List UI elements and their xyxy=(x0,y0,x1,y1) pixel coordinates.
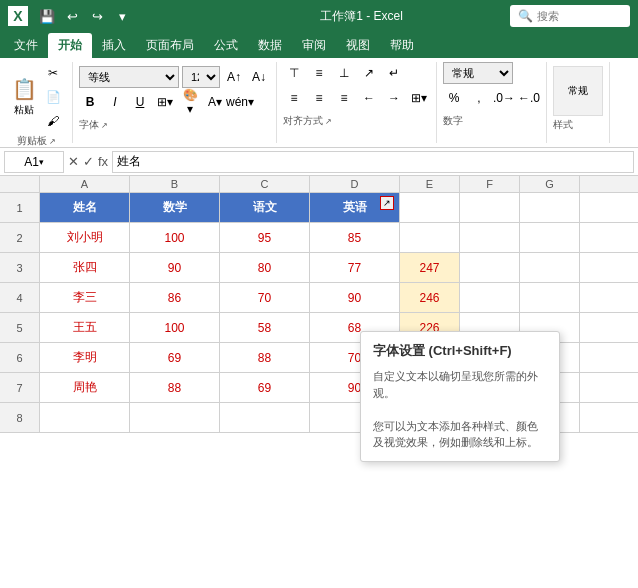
cell-c7[interactable]: 69 xyxy=(220,373,310,402)
cell-d4[interactable]: 90 xyxy=(310,283,400,312)
formula-input[interactable]: 姓名 xyxy=(112,151,634,173)
cell-c8[interactable] xyxy=(220,403,310,432)
cell-a4[interactable]: 李三 xyxy=(40,283,130,312)
search-input[interactable] xyxy=(537,10,627,22)
col-header-c[interactable]: C xyxy=(220,176,310,192)
copy-button[interactable]: 📄 xyxy=(42,86,64,108)
cell-a6[interactable]: 李明 xyxy=(40,343,130,372)
cell-b6[interactable]: 69 xyxy=(130,343,220,372)
align-right-button[interactable]: ≡ xyxy=(333,87,355,109)
fill-color-button[interactable]: 🎨▾ xyxy=(179,91,201,113)
cell-g2[interactable] xyxy=(520,223,580,252)
col-header-d[interactable]: D xyxy=(310,176,400,192)
bold-button[interactable]: B xyxy=(79,91,101,113)
cut-button[interactable]: ✂ xyxy=(42,62,64,84)
cell-c1[interactable]: 语文 xyxy=(220,193,310,222)
cell-b8[interactable] xyxy=(130,403,220,432)
tab-file[interactable]: 文件 xyxy=(4,33,48,58)
cell-a3[interactable]: 张四 xyxy=(40,253,130,282)
cell-d2[interactable]: 85 xyxy=(310,223,400,252)
font-color-button[interactable]: A▾ xyxy=(204,91,226,113)
cell-f1[interactable] xyxy=(460,193,520,222)
tab-page-layout[interactable]: 页面布局 xyxy=(136,33,204,58)
border-button[interactable]: ⊞▾ xyxy=(154,91,176,113)
align-left-button[interactable]: ≡ xyxy=(283,87,305,109)
font-family-select[interactable]: 等线 xyxy=(79,66,179,88)
underline-button[interactable]: U xyxy=(129,91,151,113)
col-header-g[interactable]: G xyxy=(520,176,580,192)
align-bottom-button[interactable]: ⊥ xyxy=(333,62,355,84)
cell-g4[interactable] xyxy=(520,283,580,312)
format-painter-button[interactable]: 🖌 xyxy=(42,110,64,132)
insert-function-icon[interactable]: fx xyxy=(98,154,108,169)
tab-view[interactable]: 视图 xyxy=(336,33,380,58)
cancel-formula-icon[interactable]: ✕ xyxy=(68,154,79,169)
cell-b2[interactable]: 100 xyxy=(130,223,220,252)
tab-formula[interactable]: 公式 xyxy=(204,33,248,58)
tab-help[interactable]: 帮助 xyxy=(380,33,424,58)
decrease-decimal-button[interactable]: ←.0 xyxy=(518,87,540,109)
save-button[interactable]: 💾 xyxy=(36,5,58,27)
cell-c5[interactable]: 58 xyxy=(220,313,310,342)
row-header-8[interactable]: 8 xyxy=(0,403,40,433)
text-direction-button[interactable]: ↗ xyxy=(358,62,380,84)
font-dialog-launcher[interactable]: ↗ xyxy=(380,196,394,210)
row-header-5[interactable]: 5 xyxy=(0,313,40,343)
row-header-7[interactable]: 7 xyxy=(0,373,40,403)
italic-button[interactable]: I xyxy=(104,91,126,113)
cell-c4[interactable]: 70 xyxy=(220,283,310,312)
cell-a5[interactable]: 王五 xyxy=(40,313,130,342)
row-header-3[interactable]: 3 xyxy=(0,253,40,283)
row-header-4[interactable]: 4 xyxy=(0,283,40,313)
cell-f4[interactable] xyxy=(460,283,520,312)
merge-center-button[interactable]: ⊞▾ xyxy=(408,87,430,109)
cell-b7[interactable]: 88 xyxy=(130,373,220,402)
tab-review[interactable]: 审阅 xyxy=(292,33,336,58)
indent-more-button[interactable]: → xyxy=(383,87,405,109)
paste-button[interactable]: 📋 粘贴 xyxy=(8,73,40,121)
number-format-select[interactable]: 常规 xyxy=(443,62,513,84)
col-header-a[interactable]: A xyxy=(40,176,130,192)
cell-a1[interactable]: 姓名 xyxy=(40,193,130,222)
cell-reference-box[interactable]: A1 ▾ xyxy=(4,151,64,173)
cell-g3[interactable] xyxy=(520,253,580,282)
confirm-formula-icon[interactable]: ✓ xyxy=(83,154,94,169)
cell-b1[interactable]: 数学 xyxy=(130,193,220,222)
row-header-1[interactable]: 1 xyxy=(0,193,40,223)
col-header-f[interactable]: F xyxy=(460,176,520,192)
tab-insert[interactable]: 插入 xyxy=(92,33,136,58)
font-size-select[interactable]: 12 xyxy=(182,66,220,88)
tab-home[interactable]: 开始 xyxy=(48,33,92,58)
cell-e3[interactable]: 247 xyxy=(400,253,460,282)
cell-e2[interactable] xyxy=(400,223,460,252)
cell-c2[interactable]: 95 xyxy=(220,223,310,252)
redo-button[interactable]: ↪ xyxy=(86,5,108,27)
cell-d3[interactable]: 77 xyxy=(310,253,400,282)
cell-c6[interactable]: 88 xyxy=(220,343,310,372)
align-middle-button[interactable]: ≡ xyxy=(308,62,330,84)
tab-data[interactable]: 数据 xyxy=(248,33,292,58)
font-special-button[interactable]: wén▾ xyxy=(229,91,251,113)
cell-e1[interactable] xyxy=(400,193,460,222)
comma-button[interactable]: , xyxy=(468,87,490,109)
cell-e4[interactable]: 246 xyxy=(400,283,460,312)
cell-c3[interactable]: 80 xyxy=(220,253,310,282)
cell-b4[interactable]: 86 xyxy=(130,283,220,312)
align-center-button[interactable]: ≡ xyxy=(308,87,330,109)
cell-b5[interactable]: 100 xyxy=(130,313,220,342)
wrap-text-button[interactable]: ↵ xyxy=(383,62,405,84)
cell-a2[interactable]: 刘小明 xyxy=(40,223,130,252)
align-top-button[interactable]: ⊤ xyxy=(283,62,305,84)
cell-f3[interactable] xyxy=(460,253,520,282)
col-header-b[interactable]: B xyxy=(130,176,220,192)
cell-a8[interactable] xyxy=(40,403,130,432)
quick-access-more[interactable]: ▾ xyxy=(111,5,133,27)
cell-style-preview[interactable]: 常规 xyxy=(553,66,603,116)
undo-button[interactable]: ↩ xyxy=(61,5,83,27)
cell-f2[interactable] xyxy=(460,223,520,252)
increase-font-size-button[interactable]: A↑ xyxy=(223,66,245,88)
cell-g1[interactable] xyxy=(520,193,580,222)
percent-button[interactable]: % xyxy=(443,87,465,109)
cell-b3[interactable]: 90 xyxy=(130,253,220,282)
search-box[interactable]: 🔍 xyxy=(510,5,630,27)
